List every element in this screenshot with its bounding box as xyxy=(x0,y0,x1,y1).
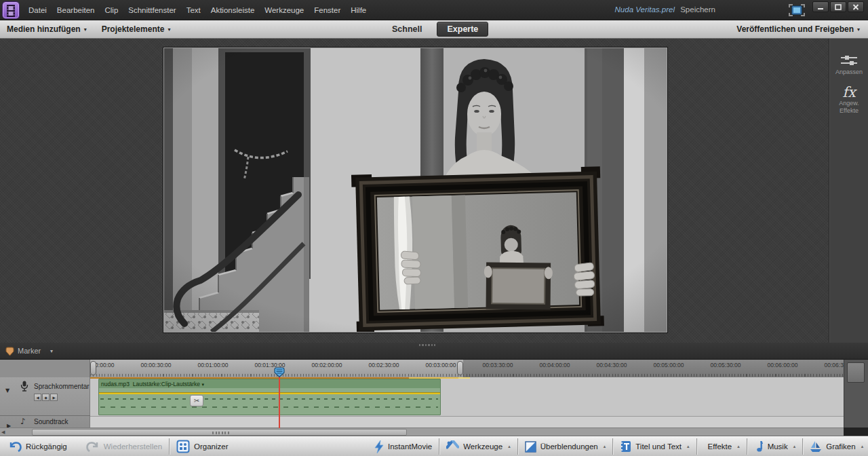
sailboat-icon xyxy=(810,441,822,453)
window-controls xyxy=(812,1,864,12)
ruler-time-label: 00:02:00:00 xyxy=(312,362,342,368)
marker-icon xyxy=(5,347,14,356)
sliders-icon xyxy=(840,55,858,66)
menu-item[interactable]: Fenster xyxy=(314,6,340,14)
effects-button[interactable]: Effekte▴ xyxy=(704,442,740,451)
volume-rubber-band[interactable] xyxy=(99,392,440,394)
menu-item[interactable]: Datei xyxy=(28,6,47,14)
audio-clip-nudas-mp3[interactable]: nudas.mp3 Lautstärke:Clip-Lautstärke ▾ xyxy=(98,379,441,415)
add-media-button[interactable]: Medien hinzufügen▾ xyxy=(7,24,87,34)
marker-dropdown-button[interactable]: ▾ xyxy=(46,346,57,356)
add-keyframe-button[interactable]: ◆ xyxy=(42,394,50,401)
ruler-time-label: 00:06:00:00 xyxy=(768,362,798,368)
horizontal-scroll-thumb[interactable] xyxy=(32,429,407,436)
prev-keyframe-button[interactable]: ◀ xyxy=(34,394,41,401)
ruler-ticks xyxy=(90,374,844,377)
minimize-button[interactable] xyxy=(812,1,829,12)
music-note-icon xyxy=(754,440,764,453)
menu-item[interactable]: Schnittfenster xyxy=(128,6,176,14)
music-button[interactable]: Musik▴ xyxy=(754,440,796,453)
redo-icon xyxy=(86,440,100,453)
menu-item[interactable]: Werkzeuge xyxy=(264,6,304,14)
publish-share-button[interactable]: Veröffentlichen und Freigeben▾ xyxy=(736,20,860,38)
ruler-time-label: 00:03:00:00 xyxy=(426,362,456,368)
voice-track-disclosure[interactable]: ▼ xyxy=(5,383,9,395)
titles-button[interactable]: Titel und Text▴ xyxy=(620,440,689,453)
graphics-button[interactable]: Grafiken▴ xyxy=(810,441,863,453)
redo-button[interactable]: Wiederherstellen xyxy=(86,440,162,453)
fx-icon: fx xyxy=(829,85,868,100)
voice-track-label[interactable]: Sprachkommentar xyxy=(34,383,90,390)
ruler-time-label: 00:05:00:00 xyxy=(654,362,684,368)
waveform-lower xyxy=(100,406,438,408)
menu-bar: DateiBearbeitenClipSchnittfensterTextAkt… xyxy=(0,0,868,20)
save-button[interactable]: Speichern xyxy=(680,5,715,14)
scroll-thumb-grip xyxy=(212,432,230,434)
fullscreen-monitor-icon[interactable] xyxy=(788,3,806,20)
work-area-end-handle[interactable] xyxy=(457,361,463,375)
soundtrack-row[interactable] xyxy=(90,416,844,428)
caret-up-icon: ▴ xyxy=(604,444,606,449)
tab-quick[interactable]: Schnell xyxy=(387,22,427,36)
undo-icon xyxy=(8,440,22,453)
timeline-vertical-scrollbar[interactable] xyxy=(844,360,868,428)
toolbar-separator xyxy=(439,438,439,455)
next-keyframe-button[interactable]: ▶ xyxy=(50,394,58,401)
marker-menu-label[interactable]: Marker xyxy=(18,347,41,355)
lightning-bolt-icon xyxy=(374,440,384,453)
close-button[interactable] xyxy=(848,1,864,12)
menu-item[interactable]: Bearbeiten xyxy=(57,6,95,14)
timeline-horizontal-scrollbar[interactable]: ◀ xyxy=(0,428,844,436)
ruler-time-label: 00:05:30:00 xyxy=(711,362,741,368)
applied-effects-panel-button[interactable]: fx Angew.Effekte xyxy=(829,85,868,115)
scroll-left-arrow-icon[interactable]: ◀ xyxy=(1,430,5,435)
tools-button[interactable]: Werkzeuge▴ xyxy=(446,440,510,453)
split-clip-scissors-button[interactable]: ✂ xyxy=(190,395,203,406)
bottom-action-toolbar: Rückgängig Wiederherstellen Organizer In… xyxy=(0,436,868,456)
tab-expert-active[interactable]: Experte xyxy=(437,22,488,37)
preview-monitor xyxy=(163,48,667,332)
main-work-area: Anpassen fx Angew.Effekte xyxy=(0,39,868,343)
caret-up-icon: ▴ xyxy=(793,444,796,449)
chevron-down-icon: ▾ xyxy=(201,382,204,387)
undo-button[interactable]: Rückgängig xyxy=(8,440,67,453)
toolbar-separator xyxy=(169,438,170,455)
panel-grip-handle[interactable] xyxy=(419,344,435,346)
action-bar-left: Medien hinzufügen▾ Projektelemente▾ xyxy=(7,20,170,38)
caret-up-icon: ▴ xyxy=(737,444,740,449)
clip-label[interactable]: nudas.mp3 Lautstärke:Clip-Lautstärke ▾ xyxy=(101,381,204,387)
chevron-down-icon: ▾ xyxy=(84,26,87,33)
time-ruler[interactable]: 00:00:00:0000:00:30:0000:01:00:0000:01:3… xyxy=(90,360,844,377)
ruler-time-label: 00:03:30:00 xyxy=(483,362,513,368)
menu-items: DateiBearbeitenClipSchnittfensterTextAkt… xyxy=(28,0,366,20)
soundtrack-label[interactable]: Soundtrack xyxy=(34,418,68,425)
adjust-panel-button[interactable]: Anpassen xyxy=(829,55,868,76)
work-area-start-handle[interactable] xyxy=(90,361,96,375)
organizer-icon xyxy=(176,440,190,453)
maximize-button[interactable] xyxy=(830,1,846,12)
instant-movie-button[interactable]: InstantMovie xyxy=(374,440,432,453)
transitions-button[interactable]: Überblendungen▴ xyxy=(525,441,606,453)
menu-item[interactable]: Text xyxy=(186,6,201,14)
toolbar-separator xyxy=(747,438,747,455)
caret-up-icon: ▴ xyxy=(687,444,690,449)
vertical-scroll-thumb[interactable] xyxy=(847,362,865,383)
action-bar: Medien hinzufügen▾ Projektelemente▾ Schn… xyxy=(0,20,868,39)
project-assets-button[interactable]: Projektelemente▾ xyxy=(102,24,171,34)
keyframe-nav-buttons: ◀ ◆ ▶ xyxy=(34,394,58,401)
menu-item[interactable]: Hilfe xyxy=(351,6,366,14)
ruler-time-label: 00:04:00:00 xyxy=(540,362,570,368)
organizer-button[interactable]: Organizer xyxy=(176,440,229,453)
premiere-elements-window: DateiBearbeitenClipSchnittfensterTextAkt… xyxy=(0,0,868,456)
caret-up-icon: ▴ xyxy=(508,444,511,449)
project-filename: Nuda Veritas.prel xyxy=(615,5,675,14)
mode-tabs: Schnell Experte xyxy=(387,20,488,38)
transition-icon xyxy=(525,441,536,453)
app-logo-filmstrip-icon[interactable] xyxy=(3,2,19,18)
playhead-line[interactable] xyxy=(279,377,280,428)
ruler-time-label: 00:00:30:00 xyxy=(141,362,172,368)
playhead-handle[interactable] xyxy=(274,367,285,377)
menu-item[interactable]: Aktionsleiste xyxy=(211,6,255,14)
menu-item[interactable]: Clip xyxy=(104,6,118,14)
music-note-icon: ♪ xyxy=(20,417,26,426)
